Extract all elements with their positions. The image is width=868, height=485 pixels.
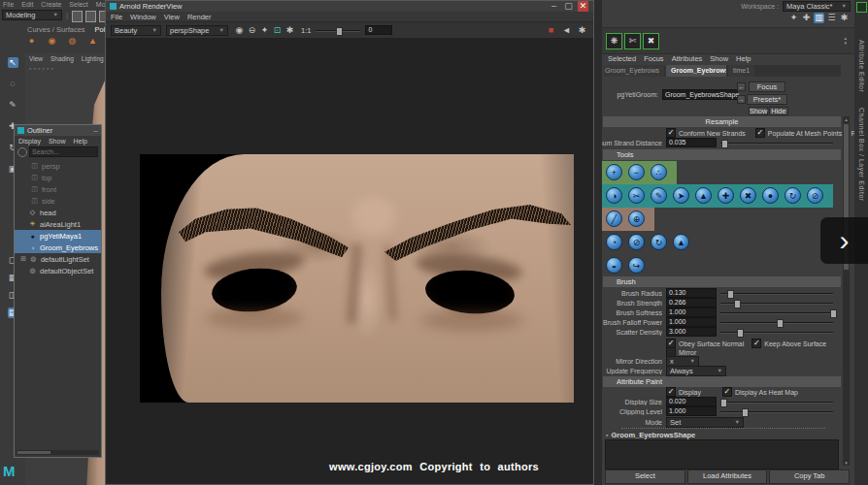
checkbox-box-icon[interactable]: ✓ [722, 387, 732, 397]
param-value-field[interactable]: 0.266 [666, 298, 717, 307]
toolbar-spinner[interactable]: ▴ ▾ [844, 36, 847, 46]
menu-item-view[interactable]: View [164, 13, 180, 21]
param-value-field[interactable]: 0.035 [666, 138, 717, 147]
mode-dropdown[interactable]: Set ▼ [666, 417, 744, 428]
menu-item-shading[interactable]: Shading [50, 55, 74, 62]
menu-item-show[interactable]: Show [710, 54, 728, 63]
clump-tool-icon[interactable]: ➤ [673, 187, 689, 204]
menu-item-selected[interactable]: Selected [608, 54, 636, 63]
menu-item-select[interactable]: Select [69, 1, 87, 8]
direction-tool-icon[interactable]: ▲ [673, 234, 689, 250]
outliner-item-front[interactable]: ◫front [15, 183, 101, 195]
aov-dropdown[interactable]: Beauty ▼ [111, 25, 161, 36]
outliner-item-defaultobjectset[interactable]: ◍defaultObjectSet [15, 265, 101, 276]
notes-header[interactable]: ▪ Groom_EyebrowsShape [606, 431, 695, 439]
tab-time1[interactable]: time1 [728, 65, 754, 77]
scissors-tool-icon[interactable]: ✂ [628, 187, 645, 204]
twirl-tool-icon[interactable]: ◔ [606, 234, 622, 250]
lasso-select-tool-icon[interactable]: ◌ [8, 79, 18, 89]
checkbox-box-icon[interactable]: ✓ [666, 387, 676, 397]
output-connection-icon[interactable]: → [737, 95, 746, 104]
outliner-item-pgyetimaya1[interactable]: ●pgYetiMaya1 [15, 230, 101, 242]
node-name-field[interactable]: Groom_EyebrowsShape [662, 89, 738, 100]
outliner-item-side[interactable]: ◫side [15, 195, 101, 207]
param-slider[interactable] [720, 318, 833, 327]
disable-tool-icon[interactable]: ⊘ [807, 187, 823, 204]
maximize-button[interactable]: ▢ [563, 1, 574, 12]
slider-handle[interactable] [336, 27, 343, 36]
vertical-scrollbar[interactable]: ▴ ▾ [843, 116, 850, 466]
outliner-item-groom-eyebrows[interactable]: ◑Groom_Eyebrows [15, 242, 101, 253]
delete-strand-tool-icon[interactable]: − [628, 164, 645, 180]
menu-item-file[interactable]: File [111, 13, 122, 21]
comb-tool-icon[interactable]: ◑ [606, 187, 622, 204]
menu-item-render[interactable]: Render [187, 13, 212, 21]
block-tool-icon[interactable]: ⊘ [628, 234, 645, 250]
slider-handle[interactable] [720, 399, 727, 407]
param-slider[interactable] [720, 328, 833, 337]
tab-groom-eyebrows[interactable]: Groom_Eyebrows [604, 65, 664, 77]
spray-tool-icon[interactable]: ▲ [695, 187, 712, 204]
show-button[interactable]: Show [749, 107, 768, 115]
settings-gear-icon[interactable]: ✱ [839, 13, 850, 23]
pause-render-icon[interactable]: ⊖ [247, 25, 257, 36]
redo-groom-tool-icon[interactable]: ↪ [628, 257, 645, 274]
minimize-icon[interactable]: – [94, 126, 98, 135]
section-header-tools[interactable]: Tools [603, 149, 841, 160]
slider-handle[interactable] [777, 319, 784, 328]
outliner-item-defaultlightset[interactable]: ⊞◍defaultLightSet [15, 253, 101, 265]
search-input[interactable] [29, 146, 98, 157]
polygon-cube-icon[interactable]: ◉ [47, 36, 57, 47]
polygon-cylinder-icon[interactable]: ◍ [67, 36, 78, 47]
pen-tool-icon[interactable]: ✎ [651, 187, 667, 204]
menu-item-display[interactable]: Display [18, 138, 41, 145]
snapshot-icon[interactable]: ✦ [259, 25, 270, 36]
slider-handle[interactable] [721, 140, 728, 148]
menu-item-create[interactable]: Create [41, 1, 61, 8]
open-scene-icon[interactable] [85, 11, 96, 22]
param-slider[interactable] [720, 139, 833, 147]
exposure-value-field[interactable]: 0 [365, 25, 392, 35]
new-scene-icon[interactable] [72, 11, 83, 22]
checkbox-box-icon[interactable]: ✓ [751, 339, 761, 348]
menu-set-dropdown[interactable]: Modeling ▼ [2, 10, 62, 20]
ipr-render-icon[interactable]: ◉ [234, 25, 245, 36]
panel-divider[interactable] [594, 0, 602, 485]
outliner-item-aiarealight1[interactable]: ✳aiAreaLight1 [15, 218, 101, 230]
attribute-editor-toggle-icon[interactable]: ▥ [814, 13, 824, 23]
section-header-brush[interactable]: Brush [603, 276, 841, 287]
presets-button[interactable]: Presets* [747, 94, 787, 105]
grab-tool-icon[interactable]: ✚ [718, 187, 734, 204]
smooth-tool-icon[interactable]: ● [762, 187, 779, 204]
menu-item-help[interactable]: Help [73, 138, 86, 145]
checkbox-display-as-heat-map[interactable]: ✓Display As Heat Map [722, 387, 798, 397]
slider-handle[interactable] [742, 408, 749, 417]
workspace-dropdown[interactable]: Maya Classic* ▼ [783, 1, 851, 12]
update-frequency-dropdown[interactable]: Always ▼ [666, 366, 726, 376]
focus-button[interactable]: Focus [749, 81, 785, 92]
camera-dropdown[interactable]: perspShape ▼ [166, 25, 228, 36]
exposure-slider[interactable] [316, 26, 360, 35]
menu-item-lighting[interactable]: Lighting [82, 55, 104, 62]
side-tab-channel-box-layer-editor[interactable]: Channel Box / Layer Editor [858, 108, 865, 202]
outliner-item-persp[interactable]: ◫persp [15, 160, 101, 172]
yeti-delete-tool-icon[interactable]: ✖ [643, 33, 659, 49]
fit-view-icon[interactable]: ⊡ [272, 25, 283, 36]
outliner-item-top[interactable]: ◫top [15, 172, 101, 183]
tab-groom-eyebrowsshape[interactable]: Groom_EyebrowsShape [666, 65, 726, 77]
param-slider[interactable] [720, 289, 833, 298]
param-value-field[interactable]: 0.130 [666, 288, 717, 298]
side-tab-attribute-editor[interactable]: Attribute Editor [858, 40, 865, 92]
cut-tool-icon[interactable]: ✖ [740, 187, 756, 204]
checkbox-populate-at-mesh-points-in-radius[interactable]: ✓Populate At Mesh Points in Radius [755, 128, 868, 138]
param-value-field[interactable]: 1.000 [666, 317, 717, 327]
menu-item-focus[interactable]: Focus [644, 54, 663, 63]
outliner-titlebar[interactable]: Outliner – [15, 125, 101, 136]
scroll-up-icon[interactable]: ▴ [843, 116, 850, 122]
menu-item-show[interactable]: Show [49, 138, 66, 145]
param-value-field[interactable]: 0.020 [666, 397, 717, 406]
horizontal-scrollbar[interactable] [17, 450, 99, 455]
polygon-sphere-icon[interactable]: ● [26, 36, 37, 47]
param-value-field[interactable]: 1.000 [666, 307, 717, 317]
yeti-node-tool-icon[interactable]: ❋ [606, 33, 622, 49]
